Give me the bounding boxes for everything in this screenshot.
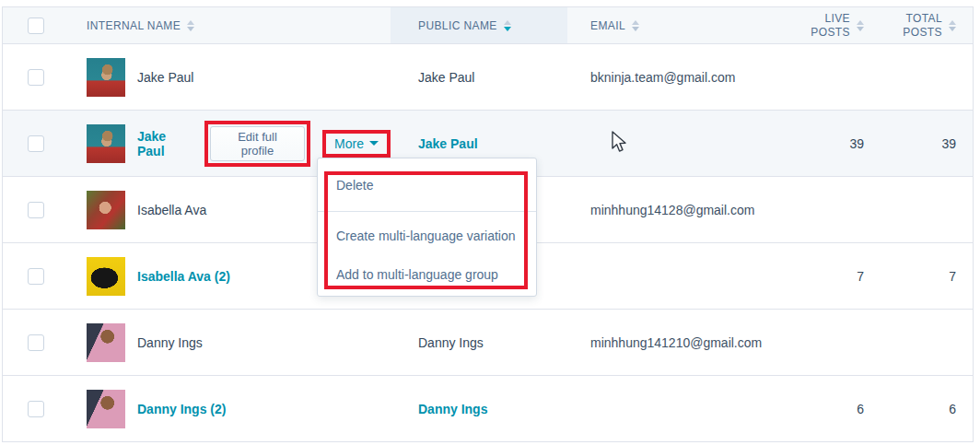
public-name-text: Danny Ings	[418, 335, 484, 350]
email-header-label: EMAIL	[590, 19, 625, 32]
public-name-text: Jake Paul	[418, 70, 474, 85]
internal-name-header-label: INTERNAL NAME	[87, 19, 181, 32]
internal-name-text: Danny Ings	[137, 335, 203, 350]
menu-item-create-multilanguage-variation[interactable]: Create multi-language variation	[336, 228, 516, 243]
menu-divider	[318, 211, 536, 212]
sort-arrows-icon	[187, 20, 194, 31]
menu-item-delete[interactable]: Delete	[336, 178, 373, 193]
annotation-box-more: More	[322, 130, 391, 158]
live-posts-header-label: LIVE POSTS	[810, 12, 850, 40]
header-checkbox-cell	[3, 18, 71, 34]
row-checkbox[interactable]	[28, 135, 44, 152]
row-checkbox[interactable]	[28, 202, 44, 218]
internal-name-link[interactable]: Danny Ings (2)	[137, 402, 226, 416]
column-header-live-posts[interactable]: LIVE POSTS	[788, 12, 871, 40]
live-posts-value: 7	[857, 269, 864, 284]
column-header-internal-name[interactable]: INTERNAL NAME	[71, 19, 391, 32]
sort-arrows-icon	[949, 20, 956, 31]
author-avatar	[87, 323, 125, 362]
annotation-box-edit-full-profile: Edit full profile	[204, 121, 310, 167]
public-name-link[interactable]: Jake Paul	[418, 136, 478, 151]
author-avatar	[87, 124, 125, 163]
table-row: Danny Ings Danny Ings minhhung141210@gma…	[3, 310, 973, 376]
public-name-link[interactable]: Danny Ings	[418, 402, 487, 416]
table-row: Danny Ings (2) Danny Ings 6 6	[3, 376, 973, 442]
more-button-label: More	[334, 136, 364, 151]
row-checkbox[interactable]	[28, 334, 44, 351]
total-posts-header-label: TOTAL POSTS	[902, 12, 942, 40]
more-dropdown-button[interactable]: More	[334, 136, 379, 151]
email-text: minhhung141210@gmail.com	[590, 335, 762, 350]
email-text: minhhung14128@gmail.com	[590, 203, 754, 217]
column-header-email[interactable]: EMAIL	[567, 19, 788, 32]
total-posts-value: 6	[949, 402, 956, 416]
author-avatar	[87, 191, 125, 229]
table-row: Jake Paul Jake Paul bkninja.team@gmail.c…	[3, 44, 973, 111]
internal-name-link[interactable]: Jake Paul	[137, 129, 193, 158]
table-header-row: INTERNAL NAME PUBLIC NAME EMAIL LIVE POS…	[3, 7, 973, 44]
live-posts-value: 39	[849, 136, 864, 151]
internal-name-link[interactable]: Isabella Ava (2)	[137, 269, 230, 284]
row-checkbox[interactable]	[28, 268, 44, 285]
public-name-header-label: PUBLIC NAME	[418, 19, 497, 32]
more-dropdown-menu: Delete Create multi-language variation A…	[317, 158, 537, 297]
sort-arrows-icon	[632, 20, 639, 31]
column-header-total-posts[interactable]: TOTAL POSTS	[871, 12, 973, 40]
author-avatar	[87, 257, 125, 296]
live-posts-value: 6	[857, 402, 864, 416]
total-posts-value: 7	[949, 269, 956, 284]
row-checkbox[interactable]	[28, 69, 44, 86]
column-header-public-name[interactable]: PUBLIC NAME	[391, 7, 567, 43]
caret-down-icon	[369, 141, 379, 146]
total-posts-value: 39	[941, 136, 956, 151]
author-avatar	[87, 58, 125, 97]
menu-item-add-to-multilanguage-group[interactable]: Add to multi-language group	[336, 267, 498, 282]
sort-desc-active-icon	[504, 20, 511, 31]
sort-arrows-icon	[857, 20, 864, 31]
author-avatar	[87, 390, 125, 428]
internal-name-text: Isabella Ava	[137, 203, 206, 217]
edit-full-profile-button[interactable]: Edit full profile	[210, 126, 305, 161]
email-text: bkninja.team@gmail.com	[590, 70, 735, 85]
row-checkbox[interactable]	[28, 401, 44, 417]
internal-name-text: Jake Paul	[137, 70, 193, 85]
select-all-checkbox[interactable]	[28, 18, 44, 34]
